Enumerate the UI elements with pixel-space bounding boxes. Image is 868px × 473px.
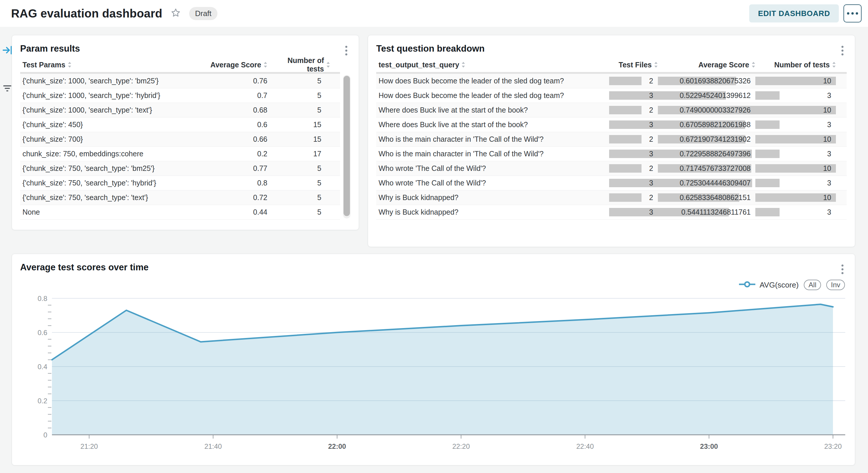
files-cell: 3 [609,179,658,187]
tests-cell: 5 [272,208,340,216]
files-cell: 2 [609,106,658,114]
tests-cell: 3 [755,179,836,187]
param-cell: chunk_size: 750, embeddings:cohere [20,149,194,158]
tests-cell: 15 [272,121,340,129]
table-row: {'chunk_size': 450}0.615 [20,117,340,132]
query-cell: How does Buck become the leader of the s… [376,77,609,85]
line-chart-canvas[interactable]: 00.20.40.60.821:2021:4022:0022:2022:4023… [13,292,854,455]
legend-all-button[interactable]: All [804,280,821,290]
tests-cell: 10 [755,77,836,85]
param-cell: {'chunk_size': 450} [20,121,194,129]
files-cell: 3 [609,149,658,158]
svg-text:23:00: 23:00 [700,442,718,450]
score-cell: 0.66 [194,135,267,143]
score-cell: 0.76 [194,77,267,85]
star-icon [170,8,181,19]
panel-menu-button[interactable] [836,43,848,58]
tests-cell: 3 [755,208,836,216]
sort-icon [654,62,658,68]
score-cell: 0.7174576733727008 [658,164,755,173]
more-options-button[interactable] [843,4,862,23]
column-header-average-score[interactable]: Average Score [194,61,267,69]
sort-icon [461,62,465,68]
files-cell: 2 [609,135,658,143]
files-cell: 2 [609,164,658,173]
tests-cell: 10 [755,106,836,114]
panel-menu-button[interactable] [340,43,352,58]
table-row: Why is Buck kidnapped?20.625833648086215… [376,191,847,205]
param-cell: {'chunk_size': 1000, 'search_type': 'hyb… [20,91,194,100]
status-badge: Draft [189,7,217,20]
score-cell: 0.7229588826497396 [658,149,755,158]
svg-text:21:40: 21:40 [204,442,222,450]
top-bar: RAG evaluation dashboard Draft EDIT DASH… [0,0,868,27]
sort-icon [832,62,836,68]
table-row: chunk_size: 750, embeddings:cohere0.217 [20,147,340,161]
sort-icon [68,62,71,68]
query-cell: Where does Buck live at the start of the… [376,121,609,129]
svg-text:0.8: 0.8 [38,295,47,302]
param-results-table: Test Params Average Score Number of test… [20,58,340,219]
files-cell: 3 [609,208,658,216]
column-header-test-params[interactable]: Test Params [20,61,194,69]
sort-icon [264,62,267,68]
score-cell: 0.7 [194,91,267,100]
query-cell: Who wrote 'The Call of the Wild'? [376,164,609,173]
tests-cell: 15 [272,135,340,143]
tests-cell: 3 [755,121,836,129]
scrollbar-thumb[interactable] [343,76,350,216]
tests-cell: 3 [755,91,836,100]
legend-inv-button[interactable]: Inv [826,280,845,290]
tests-cell: 5 [272,193,340,202]
query-cell: Why is Buck kidnapped? [376,193,609,202]
score-cell: 0.6258336480862151 [658,193,755,202]
edit-dashboard-button[interactable]: EDIT DASHBOARD [749,4,839,23]
sort-icon [326,62,330,68]
svg-text:22:40: 22:40 [576,442,594,450]
panel-title: Test question breakdown [376,43,485,54]
column-header-test-query[interactable]: test_output_test_query [376,61,609,69]
favorite-star-button[interactable] [170,8,182,19]
score-cell: 0.8 [194,179,267,187]
table-scrollbar [343,75,350,218]
score-cell: 0.72 [194,193,267,202]
column-header-average-score[interactable]: Average Score [658,61,755,69]
legend-label: AVG(score) [760,280,799,290]
table-header-row: Test Params Average Score Number of test… [20,58,340,74]
tests-cell: 3 [755,149,836,158]
param-cell: {'chunk_size': 750, 'search_type': 'bm25… [20,164,194,173]
param-cell: {'chunk_size': 750, 'search_type': 'text… [20,193,194,202]
table-row: Who is the main character in 'The Call o… [376,132,847,147]
svg-text:0.4: 0.4 [38,363,47,371]
query-cell: How does Buck become the leader of the s… [376,91,609,100]
table-row: None0.445 [20,205,340,219]
tests-cell: 10 [755,164,836,173]
question-breakdown-panel: Test question breakdown test_output_test… [368,35,855,247]
chart-legend: AVG(score) All Inv [738,280,845,290]
ellipsis-icon [847,12,858,14]
score-cell: 0.7253044446309407 [658,179,755,187]
legend-marker-icon [738,281,756,289]
column-header-number-of-tests[interactable]: Number of tests [755,61,836,69]
table-row: Who wrote 'The Call of the Wild'?20.7174… [376,161,847,176]
question-breakdown-rows: How does Buck become the leader of the s… [376,74,847,219]
tests-cell: 5 [272,164,340,173]
filter-button[interactable] [2,83,12,95]
score-cell: 0.7490000003327926 [658,106,755,114]
table-row: {'chunk_size': 1000, 'search_type': 'hyb… [20,88,340,103]
column-header-test-files[interactable]: Test Files [609,61,658,69]
table-row: {'chunk_size': 750, 'search_type': 'bm25… [20,161,340,176]
tests-cell: 10 [755,193,836,202]
param-cell: {'chunk_size': 750, 'search_type': 'hybr… [20,179,194,187]
table-row: Who is the main character in 'The Call o… [376,147,847,161]
query-cell: Who wrote 'The Call of the Wild'? [376,179,609,187]
table-row: How does Buck become the leader of the s… [376,74,847,88]
svg-text:21:20: 21:20 [80,442,98,450]
legend-item-avg-score[interactable]: AVG(score) [738,280,799,290]
svg-text:22:00: 22:00 [328,442,346,450]
files-cell: 2 [609,193,658,202]
panel-menu-button[interactable] [836,262,848,276]
column-header-number-of-tests[interactable]: Number of tests [272,56,340,73]
query-cell: Who is the main character in 'The Call o… [376,135,609,143]
table-row: {'chunk_size': 750, 'search_type': 'hybr… [20,176,340,191]
